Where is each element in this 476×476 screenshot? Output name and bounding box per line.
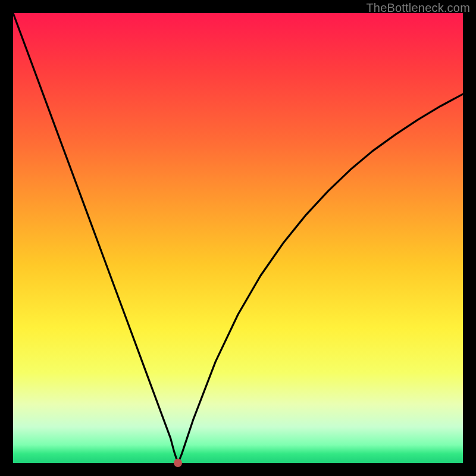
bottleneck-curve-line [13, 13, 463, 463]
chart-svg [13, 13, 463, 463]
marker-dot [174, 459, 182, 467]
chart-frame: TheBottleneck.com [0, 0, 476, 476]
chart-plot-area [13, 13, 463, 463]
watermark-text: TheBottleneck.com [366, 1, 470, 15]
